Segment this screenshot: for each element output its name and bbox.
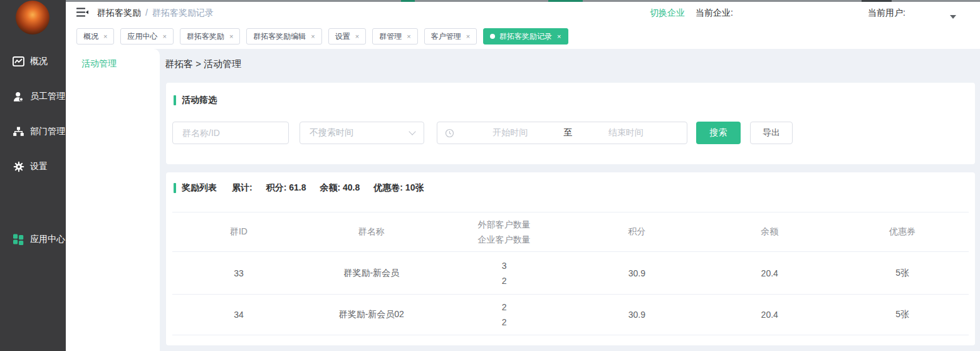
overview-chart-icon xyxy=(13,56,24,68)
col-customer-counts: 外部客户数量 企业客户数量 xyxy=(438,217,571,247)
col-balance: 余额 xyxy=(703,226,836,238)
rewards-section-title: 奖励列表 xyxy=(182,182,217,194)
cell-group-id: 33 xyxy=(172,268,305,278)
user-dropdown-caret-icon[interactable] xyxy=(950,15,956,19)
cell-external-count: 3 xyxy=(438,258,571,273)
tab-close-icon[interactable]: × xyxy=(466,33,470,40)
table-row: 34 群奖励-新会员02 2 2 30.9 20.4 5张 xyxy=(172,295,969,335)
summary-coupons: 优惠卷: 10张 xyxy=(373,182,424,194)
tab-close-icon[interactable]: × xyxy=(355,33,359,40)
department-icon xyxy=(13,126,24,138)
col-enterprise-customer-count: 企业客户数量 xyxy=(438,232,571,247)
cell-customer-counts: 3 2 xyxy=(438,258,571,288)
filter-row: 不搜索时间 开始时间 至 结束时间 搜索 导出 xyxy=(172,122,793,144)
cell-group-id: 34 xyxy=(172,310,305,320)
tab-label: 应用中心 xyxy=(127,31,157,42)
breadcrumb-parent[interactable]: 群拓客奖励 xyxy=(97,8,141,18)
rewards-section-header: 奖励列表 累计: 积分: 61.8 余额: 40.8 优惠卷: 10张 xyxy=(174,182,424,194)
submenu-item-activity-management[interactable]: 活动管理 xyxy=(81,58,160,70)
cell-coupons: 5张 xyxy=(836,309,969,320)
col-group-id: 群ID xyxy=(172,226,305,238)
tab-close-icon[interactable]: × xyxy=(407,33,410,40)
breadcrumb: 群拓客奖励/群拓客奖励记录 xyxy=(97,8,214,19)
tab-settings[interactable]: 设置 × xyxy=(328,28,366,45)
content-breadcrumb: 群拓客 > 活动管理 xyxy=(165,58,241,70)
current-company-label: 当前企业: xyxy=(696,8,733,19)
summary-balance: 余额: 40.8 xyxy=(320,182,360,194)
tab-label: 群管理 xyxy=(379,31,402,42)
cell-enterprise-count: 2 xyxy=(438,315,571,330)
tab-label: 群拓客奖励 xyxy=(187,31,224,42)
employee-icon xyxy=(13,91,24,103)
filter-section-title: 活动筛选 xyxy=(182,95,217,106)
col-group-name: 群名称 xyxy=(305,226,438,238)
sidebar-item-label: 设置 xyxy=(30,161,48,172)
summary-total-label: 累计: xyxy=(232,182,253,194)
col-points: 积分 xyxy=(570,226,703,238)
search-button[interactable]: 搜索 xyxy=(696,122,741,144)
tab-close-icon[interactable]: × xyxy=(557,33,561,40)
sidebar-item-label: 部门管理 xyxy=(30,126,65,137)
breadcrumb-current: 群拓客奖励记录 xyxy=(152,8,214,18)
current-user-label: 当前用户: xyxy=(868,8,905,19)
active-tab-dot xyxy=(490,34,495,39)
sidebar-item-label: 概况 xyxy=(30,56,48,67)
sidebar-item-app-center[interactable]: 应用中心 xyxy=(0,222,66,257)
rewards-card: 奖励列表 累计: 积分: 61.8 余额: 40.8 优惠卷: 10张 群ID … xyxy=(166,172,975,345)
tab-label: 群拓客奖励编辑 xyxy=(253,31,306,42)
tab-app-center[interactable]: 应用中心 × xyxy=(120,28,173,45)
date-separator: 至 xyxy=(564,127,573,139)
end-date-placeholder: 结束时间 xyxy=(573,127,680,139)
group-name-input[interactable] xyxy=(172,122,289,144)
sidebar-item-departments[interactable]: 部门管理 xyxy=(0,114,66,149)
tab-customer-management[interactable]: 客户管理 × xyxy=(424,28,477,45)
switch-company-link[interactable]: 切换企业 xyxy=(650,8,685,19)
tab-group-reward-edit[interactable]: 群拓客奖励编辑 × xyxy=(246,28,321,45)
tab-close-icon[interactable]: × xyxy=(311,33,315,40)
app-window: 概况 员工管理 xyxy=(0,0,980,351)
cell-external-count: 2 xyxy=(438,300,571,315)
collapse-sidebar-button[interactable] xyxy=(76,8,88,17)
col-coupons: 优惠券 xyxy=(836,226,969,238)
secondary-sidebar: 活动管理 xyxy=(66,49,160,351)
tab-group-management[interactable]: 群管理 × xyxy=(372,28,417,45)
tab-label: 客户管理 xyxy=(431,31,461,42)
filter-card: 活动筛选 不搜索时间 开始时间 至 结束时 xyxy=(166,83,975,164)
main-sidebar: 概况 员工管理 xyxy=(0,0,66,351)
content-area: 群拓客 > 活动管理 活动筛选 不搜索时间 xyxy=(160,49,980,351)
breadcrumb-separator: / xyxy=(145,8,148,18)
start-date-placeholder: 开始时间 xyxy=(457,127,564,139)
tab-group-reward[interactable]: 群拓客奖励 × xyxy=(180,28,240,45)
sidebar-nav: 概况 员工管理 xyxy=(0,44,66,257)
summary-points: 积分: 61.8 xyxy=(266,182,306,194)
sidebar-item-label: 应用中心 xyxy=(30,234,65,245)
cell-coupons: 5张 xyxy=(836,268,969,279)
tab-group-reward-record[interactable]: 群拓客奖励记录 × xyxy=(483,28,568,45)
cell-enterprise-count: 2 xyxy=(438,273,571,288)
table-row: 33 群奖励-新会员 3 2 30.9 20.4 5张 xyxy=(172,252,969,295)
tab-label: 群拓客奖励记录 xyxy=(499,31,552,42)
cell-group-name: 群奖励-新会员 xyxy=(305,268,438,279)
tab-close-icon[interactable]: × xyxy=(162,33,166,40)
cell-group-name: 群奖励-新会员02 xyxy=(305,309,438,320)
settings-gear-icon xyxy=(13,161,24,173)
time-search-select[interactable]: 不搜索时间 xyxy=(300,122,424,144)
sidebar-item-settings[interactable]: 设置 xyxy=(0,149,66,184)
avatar[interactable] xyxy=(16,1,50,34)
cell-points: 30.9 xyxy=(570,268,703,278)
sidebar-item-employees[interactable]: 员工管理 xyxy=(0,79,66,114)
col-external-customer-count: 外部客户数量 xyxy=(438,217,571,232)
date-range-picker[interactable]: 开始时间 至 结束时间 xyxy=(437,122,687,144)
sidebar-item-overview[interactable]: 概况 xyxy=(0,44,66,79)
export-button[interactable]: 导出 xyxy=(750,122,793,144)
tab-close-icon[interactable]: × xyxy=(103,33,107,40)
chevron-down-icon xyxy=(409,128,415,135)
sidebar-item-label: 员工管理 xyxy=(30,91,65,102)
section-accent-bar xyxy=(174,95,176,105)
clock-icon xyxy=(445,128,454,138)
tab-close-icon[interactable]: × xyxy=(229,33,233,40)
rewards-table: 群ID 群名称 外部客户数量 企业客户数量 积分 余额 优惠券 33 群奖励-新… xyxy=(172,212,969,335)
tab-overview[interactable]: 概况 × xyxy=(76,28,114,45)
time-search-select-value: 不搜索时间 xyxy=(310,127,353,139)
cell-points: 30.9 xyxy=(570,310,703,320)
